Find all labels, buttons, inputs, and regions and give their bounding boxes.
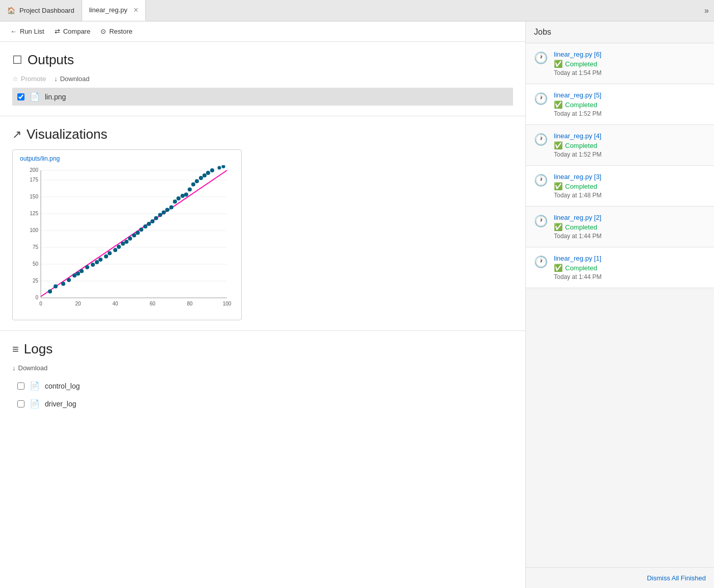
log-file-checkbox-control-log[interactable] [17,382,24,390]
tab-bar: 🏠 Project Dashboard linear_reg.py × » [0,0,714,21]
job-clock-icon-1: 🕐 [534,255,548,269]
log-file-checkbox-driver-log[interactable] [17,400,24,407]
visualizations-icon: ↗ [12,128,21,141]
job-info-2: linear_reg.py [2] ✅ Completed Today at 1… [554,214,601,240]
job-time-1: Today at 1:44 PM [554,273,601,280]
outputs-title: Outputs [28,52,74,68]
job-time-4: Today at 1:52 PM [554,151,601,158]
job-check-icon-6: ✅ [554,60,563,68]
svg-point-37 [108,251,112,255]
main-layout: ← Run List ⇄ Compare ⊙ Restore ☐ Outputs… [0,21,714,588]
logs-download-icon: ↓ [12,364,16,372]
visualizations-section: ↗ Visualizations outputs/lin.png [0,116,525,331]
job-time-2: Today at 1:44 PM [554,233,601,240]
svg-point-51 [162,211,166,215]
svg-text:150: 150 [30,194,38,199]
job-name-1[interactable]: linear_reg.py [1] [554,254,601,262]
svg-point-41 [124,240,129,244]
output-file-checkbox-lin-png[interactable] [17,93,24,100]
panel-expand-icon[interactable]: » [699,0,714,21]
compare-icon: ⇄ [55,28,60,35]
job-info-1: linear_reg.py [1] ✅ Completed Today at 1… [554,254,601,280]
compare-button[interactable]: ⇄ Compare [55,28,90,35]
svg-point-39 [117,245,121,249]
logs-section: ≡ Logs ↓ Download 📄 control_log 📄 d [0,331,525,423]
svg-point-60 [195,179,199,183]
restore-icon: ⊙ [100,28,106,35]
svg-point-31 [80,269,84,273]
visualizations-title: Visualizations [27,126,108,142]
svg-point-26 [54,285,58,289]
svg-point-40 [121,242,125,246]
logs-file-list: 📄 control_log 📄 driver_log [12,377,513,413]
job-clock-icon-3: 🕐 [534,174,548,187]
tab-project-dashboard[interactable]: 🏠 Project Dashboard [0,0,82,21]
svg-point-32 [85,265,89,269]
dismiss-all-button[interactable]: Dismiss All Finished [647,574,706,582]
svg-point-35 [98,258,103,262]
svg-point-33 [91,263,95,267]
home-icon: 🏠 [7,7,15,14]
svg-point-52 [165,208,169,212]
job-item-1: 🕐 linear_reg.py [1] ✅ Completed Today at… [526,247,714,288]
svg-text:60: 60 [149,301,156,306]
run-list-button[interactable]: ← Run List [10,28,44,35]
svg-text:80: 80 [187,301,193,306]
job-clock-icon-6: 🕐 [534,52,548,65]
job-clock-icon-2: 🕐 [534,215,548,228]
job-check-icon-4: ✅ [554,141,563,149]
job-check-icon-3: ✅ [554,182,563,190]
svg-point-50 [158,213,162,217]
logs-download-button[interactable]: ↓ Download [12,364,47,372]
y-axis-labels: 0 25 50 75 100 125 150 175 200 [30,167,38,300]
file-icon-lin-png: 📄 [30,92,40,101]
output-file-name-lin-png: lin.png [45,93,66,101]
svg-point-48 [150,219,155,223]
svg-point-49 [154,216,158,220]
log-file-driver-log[interactable]: 📄 driver_log [12,395,513,413]
svg-text:125: 125 [30,211,38,216]
tab-linear-reg[interactable]: linear_reg.py × [82,0,146,21]
svg-point-59 [191,183,195,187]
svg-point-25 [48,290,52,294]
log-file-name-driver-log: driver_log [45,400,76,408]
x-axis-labels: 0 20 40 60 80 100 [39,301,232,306]
outputs-download-button[interactable]: ↓ Download [54,75,89,83]
visualizations-header: ↗ Visualizations [12,126,513,142]
job-name-3[interactable]: linear_reg.py [3] [554,173,601,181]
job-check-icon-2: ✅ [554,223,563,231]
outputs-file-list: 📄 lin.png [12,88,513,106]
tab-close-icon[interactable]: × [134,6,138,15]
svg-text:20: 20 [75,301,81,306]
file-icon-control-log: 📄 [30,381,40,391]
job-time-3: Today at 1:48 PM [554,192,601,199]
output-file-lin-png[interactable]: 📄 lin.png [12,88,513,106]
outputs-action-row: ☆ Promote ↓ Download [12,75,513,83]
svg-text:200: 200 [30,167,38,173]
job-name-2[interactable]: linear_reg.py [2] [554,214,601,221]
svg-text:175: 175 [30,177,38,183]
job-name-6[interactable]: linear_reg.py [6] [554,50,601,58]
log-file-control-log[interactable]: 📄 control_log [12,377,513,395]
restore-button[interactable]: ⊙ Restore [100,28,133,35]
job-info-4: linear_reg.py [4] ✅ Completed Today at 1… [554,132,601,158]
svg-point-64 [210,168,214,172]
job-name-5[interactable]: linear_reg.py [5] [554,91,601,99]
visualization-container: outputs/lin.png [12,149,242,320]
job-item-2: 🕐 linear_reg.py [2] ✅ Completed Today at… [526,207,714,247]
svg-text:0: 0 [39,301,42,306]
job-name-4[interactable]: linear_reg.py [4] [554,132,601,140]
svg-point-55 [176,196,181,200]
tab-label-linear-reg: linear_reg.py [89,6,128,14]
run-list-icon: ← [10,28,17,35]
viz-file-label: outputs/lin.png [18,155,236,162]
svg-point-56 [181,194,185,198]
svg-text:100: 100 [223,301,232,306]
job-item-4: 🕐 linear_reg.py [4] ✅ Completed Today at… [526,125,714,166]
job-time-5: Today at 1:52 PM [554,110,601,117]
job-check-icon-5: ✅ [554,100,563,109]
svg-point-28 [67,278,71,282]
job-clock-icon-5: 🕐 [534,92,548,106]
toolbar: ← Run List ⇄ Compare ⊙ Restore [0,21,525,42]
svg-point-63 [206,171,210,175]
